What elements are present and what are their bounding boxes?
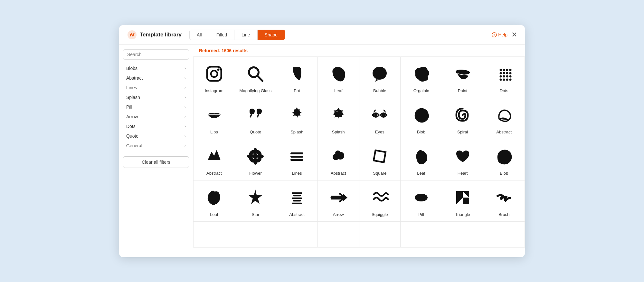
cell-label: Leaf <box>210 212 218 217</box>
cell-label: Spiral <box>457 130 468 134</box>
chevron-right-icon: › <box>185 95 186 100</box>
organic-icon <box>410 63 432 85</box>
cell-label: Squiggle <box>372 212 388 217</box>
cell-label: Star <box>252 212 260 217</box>
main-content: Returned: 1606 results InstagramMagnifyi… <box>193 45 525 257</box>
grid-cell-lips[interactable]: Lips <box>194 98 235 139</box>
grid-cell-dots[interactable]: Dots <box>483 57 525 98</box>
cell-label: Pill <box>418 212 424 217</box>
svg-point-24 <box>509 78 512 81</box>
svg-rect-42 <box>374 150 386 162</box>
svg-point-21 <box>500 78 502 81</box>
grid-cell-blob1[interactable]: Blob <box>401 98 442 139</box>
help-button[interactable]: ? Help <box>492 32 507 37</box>
cell-label: Quote <box>250 130 261 134</box>
sidebar-item-blobs[interactable]: Blobs› <box>123 63 189 73</box>
sidebar-item-pill[interactable]: Pill› <box>123 102 189 112</box>
sidebar-item-label: Blobs <box>126 66 137 71</box>
template-library-modal: Template library AllFilledLineShape ? He… <box>119 25 525 257</box>
grid-cell-leaf1[interactable]: Leaf <box>318 57 359 98</box>
svg-point-15 <box>506 72 508 74</box>
grid-cell-leaf2[interactable]: Leaf <box>401 139 442 180</box>
grid-cell-eyes[interactable]: Eyes <box>359 98 401 139</box>
sidebar-item-general[interactable]: General› <box>123 141 189 151</box>
search-input[interactable] <box>123 49 189 60</box>
svg-line-7 <box>257 76 262 81</box>
sidebar-item-splash[interactable]: Splash› <box>123 92 189 102</box>
svg-rect-37 <box>290 156 303 158</box>
sidebar-item-quote[interactable]: Quote› <box>123 131 189 141</box>
chevron-right-icon: › <box>185 104 186 109</box>
cell-label: Abstract <box>496 130 512 134</box>
tab-all[interactable]: All <box>189 30 209 40</box>
sidebar-item-lines[interactable]: Lines› <box>123 83 189 92</box>
splash1-icon <box>286 104 308 126</box>
cell-label: Lines <box>292 171 302 176</box>
help-label: Help <box>498 32 507 37</box>
leaf3-icon <box>203 186 225 209</box>
grid-cell-bubble[interactable]: Bubble <box>359 57 401 98</box>
grid-cell-organic[interactable]: Orgainic <box>401 57 442 98</box>
results-suffix: results <box>232 48 248 53</box>
svg-point-4 <box>211 71 217 77</box>
eyes-icon <box>368 104 391 126</box>
grid-cell-brush[interactable]: Brush <box>483 180 525 222</box>
sidebar-item-abstract[interactable]: Abstract› <box>123 73 189 83</box>
svg-rect-36 <box>290 152 303 154</box>
sidebar-item-label: Arrow <box>126 114 138 119</box>
results-bar: Returned: 1606 results <box>193 45 525 57</box>
grid-cell-splash2[interactable]: Splash <box>318 98 359 139</box>
grid-cell-spiral[interactable]: Spiral <box>442 98 484 139</box>
chevron-right-icon: › <box>185 143 186 148</box>
grid-cell-arrow[interactable]: Arrow <box>318 180 359 222</box>
grid-cell-leaf3[interactable]: Leaf <box>194 180 235 222</box>
svg-point-17 <box>500 75 502 77</box>
svg-point-44 <box>415 194 428 201</box>
grid-cell-lines[interactable]: Lines <box>276 139 318 180</box>
close-button[interactable]: ✕ <box>511 31 517 38</box>
grid-cell-abstract4[interactable]: Abstract <box>276 180 318 222</box>
abstract2-icon <box>203 145 225 168</box>
sidebar-item-label: Lines <box>126 85 137 90</box>
grid-cell-blob2[interactable]: Blob <box>483 139 525 180</box>
sidebar-item-label: General <box>126 143 142 148</box>
cell-label: Instagram <box>205 88 223 93</box>
tab-filled[interactable]: Filled <box>209 30 234 40</box>
grid-cell-splash1[interactable]: Splash <box>276 98 318 139</box>
logo-area: Template library <box>127 30 182 40</box>
sidebar-item-dots[interactable]: Dots› <box>123 122 189 131</box>
cell-label: Leaf <box>334 88 342 93</box>
grid-cell-magnifying-glass[interactable]: Magnifying Glass <box>235 57 277 98</box>
grid-cell-square[interactable]: Square <box>359 139 401 180</box>
sidebar-item-arrow[interactable]: Arrow› <box>123 112 189 122</box>
svg-point-23 <box>506 78 508 81</box>
grid-cell-abstract1[interactable]: Abstract <box>483 98 525 139</box>
instagram-icon <box>203 63 225 85</box>
grid-cell-pill[interactable]: Pill <box>401 180 442 222</box>
grid-cell-abstract3[interactable]: Abstract <box>318 139 359 180</box>
grid-cell-abstract2[interactable]: Abstract <box>194 139 235 180</box>
cell-label: Blob <box>417 130 425 134</box>
grid-cell-star[interactable]: Star <box>235 180 277 222</box>
grid-cell-squiggle[interactable]: Squiggle <box>359 180 401 222</box>
grid-cell-triangle[interactable]: Triangle <box>442 180 484 222</box>
tab-shape[interactable]: Shape <box>258 30 285 40</box>
cell-label: Magnifying Glass <box>240 88 272 93</box>
grid-cell-paint[interactable]: Paint <box>442 57 484 98</box>
tab-line[interactable]: Line <box>234 30 257 40</box>
svg-point-41 <box>335 151 340 156</box>
arrow-icon <box>327 186 350 209</box>
sidebar-items: Blobs›Abstract›Lines›Splash›Pill›Arrow›D… <box>123 63 189 151</box>
clear-filters-button[interactable]: Clear all filters <box>123 156 189 168</box>
svg-point-16 <box>509 72 512 74</box>
grid-cell-flower[interactable]: Flower <box>235 139 277 180</box>
sidebar-item-label: Dots <box>126 124 136 129</box>
abstract3-icon <box>327 145 350 168</box>
squiggle-icon <box>368 186 391 209</box>
grid-cell-pot[interactable]: Pot <box>276 57 318 98</box>
flower-icon <box>244 145 267 168</box>
grid-cell-heart[interactable]: Heart <box>442 139 484 180</box>
grid-cell-instagram[interactable]: Instagram <box>194 57 235 98</box>
grid-cell-quote[interactable]: Quote <box>235 98 277 139</box>
svg-point-8 <box>373 67 387 80</box>
